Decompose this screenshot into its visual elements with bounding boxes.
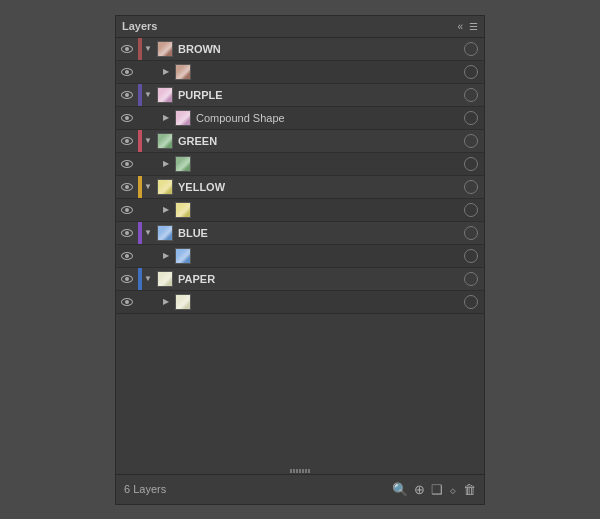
color-bar-child-green-path [138, 153, 142, 175]
circle-btn-blue[interactable] [464, 226, 478, 240]
layer-name-blue: BLUE [176, 227, 464, 239]
circle-btn-child-paper-rect[interactable] [464, 295, 478, 309]
triangle-green[interactable]: ▼ [142, 136, 154, 145]
triangle-child-yellow-path[interactable]: ▶ [160, 205, 172, 214]
circle-btn-child-blue-path[interactable] [464, 249, 478, 263]
eye-icon-purple-shape [121, 114, 133, 122]
circle-btn-paper[interactable] [464, 272, 478, 286]
scroll-indicator [290, 469, 310, 473]
thumb-yellow-path [175, 202, 191, 218]
eye-toggle-paper[interactable] [116, 275, 138, 283]
eye-icon-blue [121, 229, 133, 237]
eye-icon-brown-path [121, 68, 133, 76]
eye-icon-paper [121, 275, 133, 283]
eye-toggle-yellow[interactable] [116, 183, 138, 191]
color-bar-child-blue-path [138, 245, 142, 267]
triangle-paper[interactable]: ▼ [142, 274, 154, 283]
thumb-purple-shape [175, 110, 191, 126]
thumb-green-path [175, 156, 191, 172]
eye-toggle-brown[interactable] [116, 45, 138, 53]
delete-icon[interactable]: 🗑 [463, 482, 476, 497]
search-icon[interactable]: 🔍 [392, 482, 408, 497]
thumb-brown-path [175, 64, 191, 80]
layer-name-paper: PAPER [176, 273, 464, 285]
triangle-yellow[interactable]: ▼ [142, 182, 154, 191]
layer-name-purple: PURPLE [176, 89, 464, 101]
eye-toggle-purple[interactable] [116, 91, 138, 99]
layer-name-yellow: YELLOW [176, 181, 464, 193]
circle-btn-child-purple-shape[interactable] [464, 111, 478, 125]
thumb-blue [157, 225, 173, 241]
eye-toggle-blue-path[interactable] [116, 252, 138, 260]
layer-child-yellow-path[interactable]: ▶ [116, 199, 484, 221]
duplicate-layer-icon[interactable]: ❑ [431, 482, 443, 497]
triangle-blue[interactable]: ▼ [142, 228, 154, 237]
eye-icon-blue-path [121, 252, 133, 260]
layer-group-blue[interactable]: ▼ BLUE [116, 222, 484, 244]
layer-child-purple-shape[interactable]: ▶ Compound Shape [116, 107, 484, 129]
circle-btn-child-yellow-path[interactable] [464, 203, 478, 217]
layer-group-paper[interactable]: ▼ PAPER [116, 268, 484, 290]
layers-count: 6 Layers [124, 483, 166, 495]
circle-btn-green[interactable] [464, 134, 478, 148]
thumb-green [157, 133, 173, 149]
layer-name-brown: BROWN [176, 43, 464, 55]
panel-menu-button[interactable]: ☰ [469, 21, 478, 32]
panel-footer: 6 Layers 🔍 ⊕ ❑ ⬦ 🗑 [116, 474, 484, 504]
eye-icon-green-path [121, 160, 133, 168]
eye-toggle-blue[interactable] [116, 229, 138, 237]
layer-group-purple[interactable]: ▼ PURPLE [116, 84, 484, 106]
layer-child-green-path[interactable]: ▶ [116, 153, 484, 175]
eye-toggle-yellow-path[interactable] [116, 206, 138, 214]
color-bar-child-yellow-path [138, 199, 142, 221]
layers-list: ▼ BROWN ▶ ▼ PURPLE ▶ [116, 38, 484, 474]
eye-toggle-paper-rect[interactable] [116, 298, 138, 306]
color-bar-child-paper-rect [138, 291, 142, 313]
move-artboard-icon[interactable]: ⬦ [449, 482, 457, 497]
triangle-child-brown-path[interactable]: ▶ [160, 67, 172, 76]
circle-btn-child-brown-path[interactable] [464, 65, 478, 79]
thumb-paper [157, 271, 173, 287]
eye-icon-brown [121, 45, 133, 53]
circle-btn-brown[interactable] [464, 42, 478, 56]
circle-btn-purple[interactable] [464, 88, 478, 102]
layer-name-green: GREEN [176, 135, 464, 147]
footer-icons: 🔍 ⊕ ❑ ⬦ 🗑 [392, 482, 476, 497]
thumb-paper-rect [175, 294, 191, 310]
triangle-brown[interactable]: ▼ [142, 44, 154, 53]
thumb-purple [157, 87, 173, 103]
eye-toggle-brown-path[interactable] [116, 68, 138, 76]
eye-toggle-green[interactable] [116, 137, 138, 145]
panel-titlebar: Layers « ☰ [116, 16, 484, 38]
layer-child-blue-path[interactable]: ▶ [116, 245, 484, 267]
circle-btn-yellow[interactable] [464, 180, 478, 194]
eye-icon-yellow-path [121, 206, 133, 214]
eye-icon-purple [121, 91, 133, 99]
eye-icon-paper-rect [121, 298, 133, 306]
layer-child-brown-path[interactable]: ▶ [116, 61, 484, 83]
layer-child-paper-rect[interactable]: ▶ [116, 291, 484, 313]
eye-icon-green [121, 137, 133, 145]
thumb-brown [157, 41, 173, 57]
triangle-child-purple-shape[interactable]: ▶ [160, 113, 172, 122]
triangle-child-green-path[interactable]: ▶ [160, 159, 172, 168]
layer-group-green[interactable]: ▼ GREEN [116, 130, 484, 152]
layers-panel: Layers « ☰ ▼ BROWN ▶ ▼ [115, 15, 485, 505]
color-bar-child-purple-shape [138, 107, 142, 129]
thumb-blue-path [175, 248, 191, 264]
triangle-purple[interactable]: ▼ [142, 90, 154, 99]
layer-name-purple-shape: Compound Shape [194, 112, 464, 124]
triangle-child-paper-rect[interactable]: ▶ [160, 297, 172, 306]
eye-icon-yellow [121, 183, 133, 191]
new-layer-icon[interactable]: ⊕ [414, 482, 425, 497]
eye-toggle-purple-shape[interactable] [116, 114, 138, 122]
collapse-button[interactable]: « [457, 21, 463, 32]
eye-toggle-green-path[interactable] [116, 160, 138, 168]
layer-group-brown[interactable]: ▼ BROWN [116, 38, 484, 60]
layer-group-yellow[interactable]: ▼ YELLOW [116, 176, 484, 198]
thumb-yellow [157, 179, 173, 195]
circle-btn-child-green-path[interactable] [464, 157, 478, 171]
triangle-child-blue-path[interactable]: ▶ [160, 251, 172, 260]
color-bar-child-brown-path [138, 61, 142, 83]
panel-controls: « ☰ [457, 21, 478, 32]
